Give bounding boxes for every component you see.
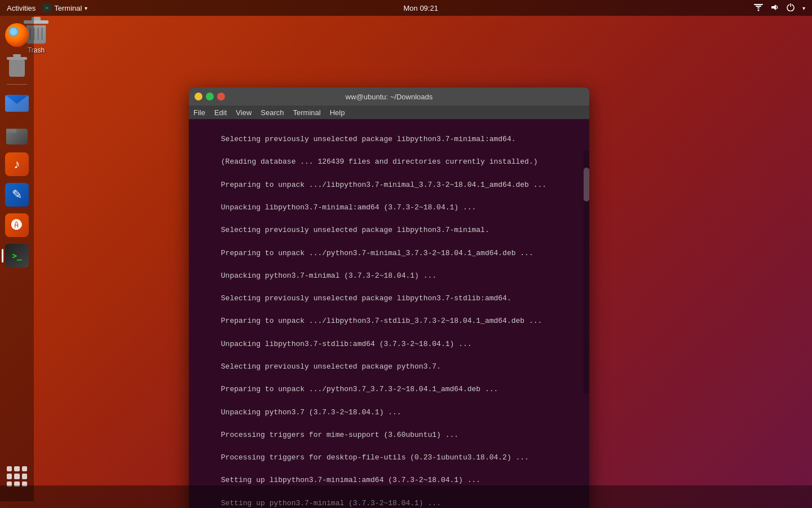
dock-item-writer[interactable] [3, 181, 30, 208]
output-line-5: Selecting previously unselected package … [221, 226, 489, 234]
bottom-taskbar [0, 485, 812, 508]
output-line-8: Selecting previously unselected package … [221, 294, 511, 303]
svg-marker-4 [771, 5, 776, 10]
terminal-menu-file[interactable]: File [193, 108, 205, 117]
topbar: Activities Terminal ▾ Mon 09:21 [0, 0, 812, 16]
topbar-app[interactable]: Terminal ▾ [42, 3, 87, 12]
dock [0, 16, 34, 501]
terminal-dock-icon [5, 244, 29, 268]
output-line-14: Processing triggers for mime-support (3.… [221, 431, 458, 439]
dock-item-trash[interactable] [3, 52, 30, 79]
terminal-menu-terminal[interactable]: Terminal [293, 108, 321, 117]
topbar-app-name: Terminal [54, 4, 82, 12]
window-maximize-button[interactable] [206, 93, 214, 100]
power-icon[interactable] [787, 3, 795, 13]
terminal-title: ww@ubuntu: ~/Downloads [346, 93, 433, 101]
output-line-12: Preparing to unpack .../python3.7_3.7.3-… [221, 385, 498, 393]
dock-separator-1 [7, 84, 27, 85]
terminal-menu-search[interactable]: Search [261, 108, 284, 117]
svg-rect-2 [754, 4, 763, 5]
power-arrow[interactable]: ▾ [802, 5, 805, 11]
grid-icon [7, 466, 27, 487]
scrollbar-thumb[interactable] [584, 168, 589, 202]
terminal-content-area: Selecting previously unselected package … [189, 119, 589, 508]
window-close-button[interactable] [217, 93, 225, 100]
terminal-output[interactable]: Selecting previously unselected package … [189, 119, 589, 508]
scrollbar-track[interactable] [584, 151, 589, 393]
topbar-right: ▾ [754, 3, 805, 13]
topbar-left: Activities Terminal ▾ [7, 3, 87, 12]
output-line-3: Preparing to unpack .../libpython3.7-min… [221, 181, 546, 189]
output-line-7: Unpacking python3.7-minimal (3.7.3-2~18.… [221, 271, 436, 280]
output-line-1: Selecting previously unselected package … [221, 135, 516, 143]
sound-app-icon [5, 152, 29, 176]
output-line-11: Selecting previously unselected package … [221, 362, 441, 371]
dock-item-files[interactable] [3, 120, 30, 147]
network-icon[interactable] [754, 3, 763, 13]
terminal-titlebar: ww@ubuntu: ~/Downloads [189, 87, 589, 106]
appstore-icon [5, 213, 29, 237]
terminal-window: ww@ubuntu: ~/Downloads File Edit View Se… [189, 87, 589, 508]
topbar-app-arrow: ▾ [85, 5, 87, 11]
dock-item-appstore[interactable] [3, 212, 30, 239]
terminal-menu-help[interactable]: Help [330, 108, 345, 117]
output-line-6: Preparing to unpack .../python3.7-minima… [221, 249, 533, 257]
terminal-menu-view[interactable]: View [236, 108, 251, 117]
dock-item-mail[interactable] [3, 90, 30, 117]
output-line-9: Preparing to unpack .../libpython3.7-std… [221, 317, 542, 325]
sound-icon[interactable] [771, 3, 779, 13]
terminal-menubar: File Edit View Search Terminal Help [189, 106, 589, 119]
writer-icon [5, 183, 29, 207]
terminal-menu-edit[interactable]: Edit [214, 108, 227, 117]
output-line-4: Unpacking libpython3.7-minimal:amd64 (3.… [221, 203, 476, 212]
trash-icon-dock [7, 54, 27, 77]
output-line-10: Unpacking libpython3.7-stdlib:amd64 (3.7… [221, 340, 472, 348]
output-line-13: Unpacking python3.7 (3.7.3-2~18.04.1) ..… [221, 408, 401, 417]
terminal-app-icon [42, 3, 51, 12]
output-line-2: (Reading database ... 126439 files and d… [221, 157, 538, 166]
dock-item-terminal[interactable] [3, 242, 30, 269]
svg-point-3 [757, 9, 759, 11]
dock-item-firefox[interactable] [3, 21, 30, 49]
output-line-16: Setting up libpython3.7-minimal:amd64 (3… [221, 476, 480, 484]
dock-item-sound[interactable] [3, 151, 30, 178]
activities-button[interactable]: Activities [7, 4, 36, 12]
topbar-clock: Mon 09:21 [403, 4, 438, 12]
output-line-15: Processing triggers for desktop-file-uti… [221, 453, 529, 462]
svg-rect-0 [756, 6, 761, 7]
window-minimize-button[interactable] [195, 93, 202, 100]
svg-rect-1 [757, 7, 760, 8]
